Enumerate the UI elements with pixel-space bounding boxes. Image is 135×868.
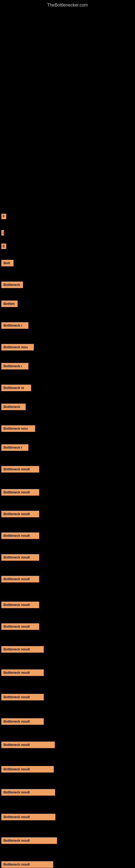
bottleneck-result-r17[interactable]: Bottleneck result — [1, 601, 39, 608]
bottleneck-result-r3[interactable]: Bottlen — [1, 301, 17, 307]
bottleneck-result-r27[interactable]: Bottleneck result — [1, 837, 57, 844]
site-header: TheBottlenecker.com — [0, 0, 135, 8]
bottleneck-result-r13[interactable]: Bottleneck result — [1, 511, 39, 517]
bottleneck-result-r9[interactable]: Bottleneck resu — [1, 425, 35, 432]
bottleneck-result-r15[interactable]: Bottleneck result — [1, 554, 39, 561]
bottleneck-result-r20[interactable]: Bottleneck result — [1, 670, 44, 676]
bottleneck-result-r14[interactable]: Bottleneck result — [1, 532, 39, 539]
bottleneck-result-r23[interactable]: Bottleneck result — [1, 742, 55, 748]
bottleneck-result-r6[interactable]: Bottleneck r — [1, 363, 28, 369]
bottleneck-result-r12[interactable]: Bottleneck result — [1, 489, 39, 496]
bottleneck-result-r4[interactable]: Bottleneck r — [1, 322, 28, 329]
bottleneck-result-r8[interactable]: Bottleneck — [1, 404, 26, 410]
bottleneck-result-r5[interactable]: Bottleneck resu — [1, 344, 34, 350]
bottleneck-result-r11[interactable]: Bottleneck result — [1, 466, 39, 472]
bottleneck-result-r21[interactable]: Bottleneck result — [1, 694, 44, 701]
bottleneck-result-r16[interactable]: Bottleneck result — [1, 576, 39, 582]
label-label-b: | — [1, 230, 4, 236]
bottleneck-result-r25[interactable]: Bottleneck result — [1, 789, 55, 796]
bottleneck-result-r18[interactable]: Bottleneck result — [1, 623, 39, 630]
bottleneck-result-r7[interactable]: Bottleneck re — [1, 384, 31, 391]
label-label-a: F — [1, 214, 6, 219]
bottleneck-result-r24[interactable]: Bottleneck result — [1, 766, 54, 773]
label-label-c: E — [1, 244, 6, 249]
bottleneck-result-r28[interactable]: Bottleneck result — [1, 861, 53, 868]
bottleneck-result-r10[interactable]: Bottleneck r — [1, 444, 28, 451]
bottleneck-result-r19[interactable]: Bottleneck result — [1, 646, 44, 653]
bottleneck-result-r1[interactable]: Bott — [1, 260, 13, 267]
bottleneck-result-r2[interactable]: Bottleneck — [1, 282, 23, 288]
bottleneck-result-r26[interactable]: Bottleneck result — [1, 814, 55, 820]
bottleneck-result-r22[interactable]: Bottleneck result — [1, 718, 44, 725]
